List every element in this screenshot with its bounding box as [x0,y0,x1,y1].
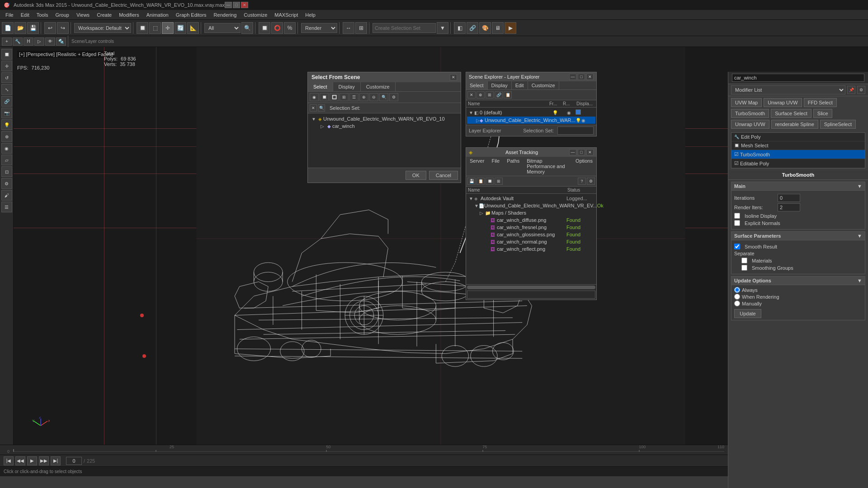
at-row-diffuse[interactable]: 🖼 car_winch_diffuse.png Found [467,216,595,224]
close-btn[interactable]: ✕ [241,2,248,8]
sdt-btn4[interactable]: ⊞ [340,93,349,101]
lt-systems[interactable]: ⚙ [1,178,12,189]
at-menu-paths[interactable]: Paths [503,157,523,176]
tree-root-item[interactable]: ▼ ◈ Unwound_Cable_Electric_Winch_WARN_VR… [310,115,459,122]
menu-help[interactable]: Help [302,11,319,19]
prev-frame-btn[interactable]: |◀ [4,456,14,465]
at-menu-file[interactable]: File [488,157,503,176]
select-obj-btn[interactable]: 🔲 [137,22,148,34]
move-btn[interactable]: ✛ [162,22,174,34]
smooth-result-checkbox[interactable] [734,244,740,249]
stack-edit-poly[interactable]: 🔧 Edit Poly [731,133,865,141]
quick-render-btn[interactable]: ▶ [505,22,516,34]
se-tb5[interactable]: 📋 [504,91,512,99]
at-row-glossiness[interactable]: 🖼 car_winch_glossiness.png Found [467,231,595,238]
new-btn[interactable]: 📄 [2,22,14,34]
at-hscrollbar[interactable] [466,284,596,290]
lt-camera[interactable]: 📷 [1,108,12,118]
menu-modifiers[interactable]: Modifiers [115,11,143,19]
at-row-vault[interactable]: ▼ ◈ Autodesk Vault Logged... [467,195,595,202]
play-btn[interactable]: ▶ [27,456,37,465]
menu-group[interactable]: Group [52,11,73,19]
mp-spline-select-btn[interactable]: SplineSelect [820,120,856,129]
stack-mesh-select[interactable]: 🔲 Mesh Select [731,141,865,150]
menu-maxscript[interactable]: MAXScript [271,11,302,19]
at-menu-server[interactable]: Server [466,157,488,176]
radio-always-input[interactable] [734,287,740,293]
prev-key-btn[interactable]: ◀◀ [15,456,25,465]
workspace-dropdown[interactable]: Workspace: Default [74,23,131,33]
iterations-input[interactable] [778,194,800,202]
at-hscroll-thumb[interactable] [467,286,595,289]
se-tab-edit[interactable]: Edit [512,81,528,89]
at-menu-bitmap[interactable]: Bitmap Performance and Memory [523,157,572,176]
sdt-btn7[interactable]: ⊖ [369,93,378,101]
modify-panel-btn[interactable]: 🔧 [13,38,23,46]
search-close-btn[interactable]: ✕ [310,104,317,112]
at-row-main-file[interactable]: ▼ 📄 Unwound_Cable_Electric_Winch_WARN_VR… [467,202,595,209]
lt-select[interactable]: 🔲 [1,49,12,60]
sdt-btn9[interactable]: ⚙ [389,93,398,101]
at-row-fresnel[interactable]: 🖼 car_winch_fresnel.png Found [467,224,595,231]
create-panel-btn[interactable]: + [2,38,12,46]
modifier-list-select[interactable]: Modifier List [731,85,845,94]
smoothing-groups-checkbox[interactable] [741,265,747,271]
se-layer-default[interactable]: ▼ ◧ 0 (default) 💡 ◉ [467,108,595,117]
lt-paint[interactable]: 🖌 [1,190,12,201]
se-restore-btn[interactable]: □ [578,74,585,80]
at-tb3[interactable]: 🔲 [486,178,494,185]
select-region-btn[interactable]: ⬚ [149,22,161,34]
at-filter-input[interactable] [467,291,595,299]
at-header[interactable]: ◈ Asset Tracking — □ ✕ [466,148,596,157]
radio-when-rendering-input[interactable] [734,294,740,300]
sdt-btn8[interactable]: 🔍 [379,93,388,101]
render-iters-input[interactable] [778,203,800,211]
select-tab-select[interactable]: Select [308,82,333,91]
percent-snap-btn[interactable]: % [284,22,296,34]
sdt-btn3[interactable]: 🔳 [330,93,339,101]
lt-space[interactable]: ⊡ [1,166,12,177]
lt-link[interactable]: 🔗 [1,96,12,107]
material-editor-btn[interactable]: 🎨 [479,22,491,34]
se-tb4[interactable]: 🔗 [495,91,503,99]
lt-light[interactable]: 💡 [1,119,12,130]
menu-tools[interactable]: Tools [33,11,52,19]
lt-helper[interactable]: ⊕ [1,131,12,142]
utility-btn[interactable]: 🔩 [56,38,66,46]
undo-btn[interactable]: ↩ [44,22,56,34]
mp-surface-select-btn[interactable]: Surface Select [771,109,811,118]
at-tb1[interactable]: 💾 [467,178,476,185]
lt-move[interactable]: ✛ [1,61,12,71]
mp-renderable-spline-btn[interactable]: renderable Spline [771,120,818,129]
align-btn[interactable]: ⊞ [355,22,367,34]
lt-population[interactable]: ☰ [1,202,12,212]
object-name-input[interactable] [732,74,864,82]
se-selection-set-input[interactable] [557,127,594,135]
main-section-header[interactable]: Main ▼ [731,182,865,191]
mp-slice-btn[interactable]: Slice [813,109,832,118]
at-tb2[interactable]: 📋 [476,178,485,185]
menu-views[interactable]: Views [73,11,93,19]
at-tb4[interactable]: ⊞ [495,178,503,185]
mode-dropdown[interactable]: All [204,23,241,33]
at-help-btn[interactable]: ? [578,178,586,185]
at-restore-btn[interactable]: □ [578,149,585,155]
se-object-row[interactable]: ▷ ◆ Unwound_Cable_Electric_Winch_WAR... … [467,117,595,124]
sdt-btn6[interactable]: ⊕ [359,93,368,101]
mp-pin-btn[interactable]: 📌 [847,86,855,94]
layer-btn[interactable]: ◧ [454,22,466,34]
at-min-btn[interactable]: — [569,149,576,155]
create-selection-input[interactable] [373,23,436,33]
menu-create[interactable]: Create [93,11,115,19]
motion-btn[interactable]: ▷ [34,38,44,46]
stack-editable-poly[interactable]: ☑ Editable Poly [731,159,865,168]
select-cancel-btn[interactable]: Cancel [429,171,458,180]
minimize-btn[interactable]: — [225,2,232,8]
open-btn[interactable]: 📂 [14,22,26,34]
sdt-btn2[interactable]: 🔲 [320,93,329,101]
create-sel-btn[interactable]: ▼ [437,22,448,34]
at-close-btn[interactable]: ✕ [586,149,594,155]
se-tab-display[interactable]: Display [488,81,512,89]
se-close-btn[interactable]: ✕ [586,74,594,80]
select-filter-btn[interactable]: 🔍 [241,22,253,34]
